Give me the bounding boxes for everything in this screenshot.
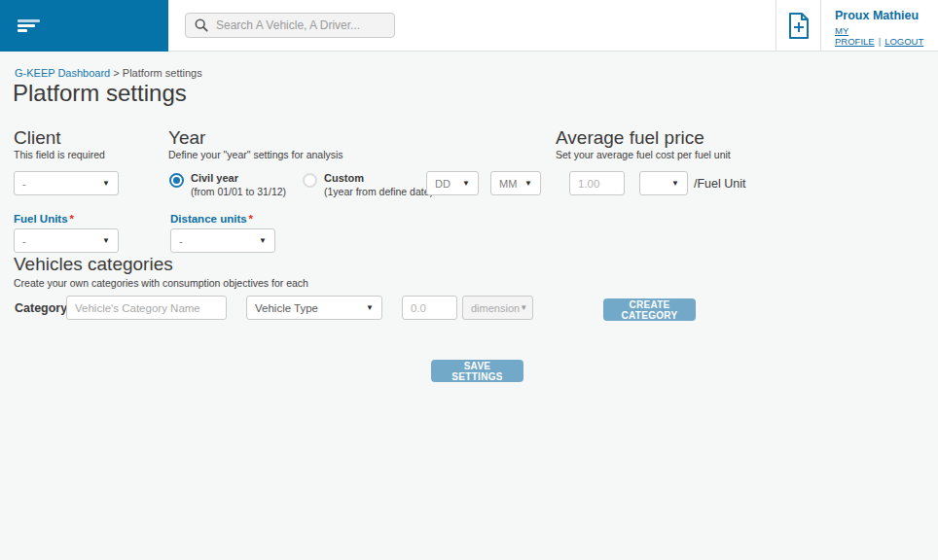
civil-year-label: Civil year — [191, 172, 286, 184]
distance-units-value: - — [179, 235, 183, 247]
platform-settings-screen: Proux Mathieu MY PROFILE|LOGOUT G-KEEP D… — [0, 0, 938, 560]
search-icon — [195, 18, 208, 32]
links-separator: | — [879, 36, 881, 47]
category-name-input[interactable] — [66, 296, 227, 320]
chevron-down-icon: ▼ — [524, 180, 532, 188]
fuel-price-unit-select[interactable]: ▼ — [639, 171, 688, 195]
chevron-down-icon: ▼ — [671, 180, 679, 188]
required-asterisk: * — [70, 213, 74, 225]
chevron-down-icon: ▼ — [366, 304, 374, 312]
categories-heading: Vehicles categories — [14, 254, 173, 275]
chevron-down-icon: ▼ — [102, 237, 110, 245]
client-heading: Client — [14, 127, 61, 149]
search-input[interactable] — [216, 18, 385, 32]
custom-year-sub: (1year from define date) — [324, 186, 433, 197]
save-settings-button[interactable]: SAVE SETTINGS — [431, 360, 523, 382]
month-select[interactable]: MM ▼ — [490, 171, 541, 195]
distance-units-select[interactable]: - ▼ — [170, 228, 275, 253]
fuel-price-subtext: Set your average fuel cost per fuel unit — [556, 149, 731, 160]
vehicle-type-select[interactable]: Vehicle Type ▼ — [246, 296, 382, 320]
topbar-divider-left — [776, 0, 776, 52]
breadcrumb-current: Platform settings — [123, 67, 202, 79]
distance-units-label-text: Distance units — [170, 213, 247, 225]
user-box: Proux Mathieu MY PROFILE|LOGOUT — [835, 9, 938, 47]
day-select-value: DD — [435, 178, 451, 190]
breadcrumb: G-KEEP Dashboard > Platform settings — [15, 67, 202, 79]
chevron-down-icon: ▼ — [259, 237, 267, 245]
logout-link[interactable]: LOGOUT — [884, 36, 923, 47]
radio-custom-year[interactable]: Custom (1year from define date) — [303, 172, 433, 197]
fuel-price-suffix: /Fuel Unit — [694, 177, 746, 191]
menu-icon[interactable] — [18, 19, 41, 32]
fuel-units-label: Fuel Units* — [14, 213, 74, 225]
distance-units-label: Distance units* — [170, 213, 253, 225]
my-profile-link[interactable]: MY PROFILE — [835, 25, 875, 47]
user-links: MY PROFILE|LOGOUT — [835, 25, 938, 47]
dimension-select[interactable]: dimension ▼ — [462, 296, 533, 320]
global-search — [185, 13, 395, 38]
client-select[interactable]: - ▼ — [14, 171, 119, 195]
add-document-icon[interactable] — [786, 12, 812, 40]
category-row-label: Category: — [15, 301, 71, 315]
fuel-price-input[interactable] — [569, 171, 625, 195]
radio-selected-icon[interactable] — [169, 173, 184, 188]
client-subtext: This field is required — [14, 149, 105, 160]
brand-block — [0, 0, 168, 52]
categories-subtext: Create your own categories with consumpt… — [14, 277, 308, 289]
fuel-price-heading: Average fuel price — [556, 127, 704, 149]
breadcrumb-separator: > — [110, 67, 123, 79]
breadcrumb-dashboard-link[interactable]: G-KEEP Dashboard — [15, 67, 110, 79]
chevron-down-icon: ▼ — [462, 180, 470, 188]
chevron-down-icon: ▼ — [102, 180, 110, 188]
create-category-button[interactable]: CREATE CATEGORY — [603, 298, 696, 321]
year-subtext: Define your "year" settings for analysis — [168, 149, 343, 160]
civil-year-sub: (from 01/01 to 31/12) — [191, 186, 286, 197]
radio-civil-year[interactable]: Civil year (from 01/01 to 31/12) — [169, 172, 286, 197]
required-asterisk: * — [249, 213, 253, 225]
user-name: Proux Mathieu — [835, 9, 938, 22]
custom-year-label: Custom — [324, 172, 433, 184]
objective-input[interactable] — [402, 296, 457, 320]
dimension-value: dimension — [471, 302, 520, 314]
top-bar: Proux Mathieu MY PROFILE|LOGOUT — [0, 0, 938, 52]
year-heading: Year — [168, 127, 205, 149]
page-title: Platform settings — [13, 80, 187, 107]
fuel-units-select[interactable]: - ▼ — [14, 228, 119, 253]
radio-unselected-icon[interactable] — [303, 173, 317, 188]
fuel-units-label-text: Fuel Units — [14, 213, 68, 225]
topbar-divider-right — [820, 0, 821, 52]
fuel-units-value: - — [22, 235, 26, 247]
vehicle-type-value: Vehicle Type — [255, 302, 318, 314]
client-select-value: - — [22, 178, 26, 190]
chevron-down-icon: ▼ — [520, 304, 527, 312]
day-select[interactable]: DD ▼ — [426, 171, 479, 195]
month-select-value: MM — [499, 178, 517, 190]
